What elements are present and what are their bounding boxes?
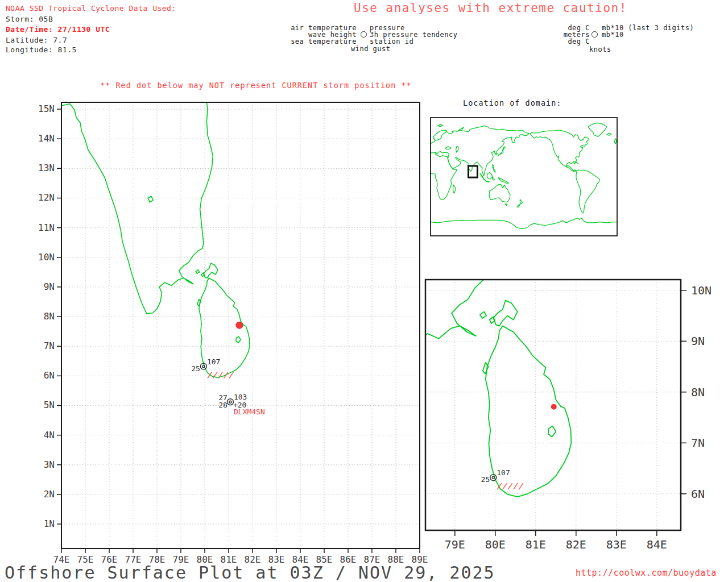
coastline-sl_lagoon_east [236,336,241,343]
y-axis-label: 8N [691,385,705,399]
station-plot: 25107 [191,357,233,379]
storm-position-dot [551,404,557,410]
coastline-w_borneo [487,173,492,179]
coastline-w_africa [431,152,457,199]
coastline-w_tasmania [506,203,507,205]
station-sea-temp: 28 [218,401,228,409]
y-axis-label: 15N [38,103,55,114]
station-circle-icon [361,31,367,38]
coastline-india_lake [148,196,153,202]
hatch-mark-icon [218,372,223,379]
y-axis-label: 6N [691,487,705,501]
y-axis-label: 2N [44,489,55,500]
legend-wind-gust: wind gust [351,45,391,53]
y-axis-label: 10N [691,284,712,297]
coastline-jaffna_island_a [480,311,486,318]
plot-title: Offshore Surface Plot at 03Z / NOV 29, 2… [5,563,495,582]
coastline-w_greenland [588,123,607,136]
hatch-mark-icon [514,483,518,489]
header-source-line: NOAA SSD Tropical Cyclone Data Used: [6,3,176,14]
coastline-india_east [147,102,213,314]
coastline-w_newguinea [498,178,508,184]
x-axis-label: 84E [647,538,667,551]
header-longitude: Longitude: 81.5 [6,45,77,55]
coastline-w_svalbard [438,124,443,127]
x-axis-label: 83E [606,538,627,551]
station-wave-height: 25 [481,475,490,484]
coastline-w_nz_south [517,204,520,207]
inset-map-svg: 2510779E80E81E82E83E84E10N9N8N7N6N [425,280,681,530]
header-storm: Storm: 05B [6,14,53,24]
coastline-w_black_sea [445,147,451,149]
source-url: http://coolwx.com/buoydata [576,568,717,578]
x-axis-label: 80E [485,538,506,551]
storm-position-dot [235,322,243,329]
y-axis-label: 3N [44,459,55,470]
legend-sea-temperature: sea temperature [291,38,357,45]
coastline-w_sumatra [480,173,486,181]
header-datetime: Date/Time: 27/1130 UTC [6,24,110,35]
coastline-w_sulawesi [492,176,494,180]
coastline-w_europe_n [431,130,446,144]
y-axis-label: 10N [38,252,55,263]
coastline-w_antarctica [431,218,617,229]
legend-unit-degc-2: deg C [568,38,590,45]
header-latitude: Latitude: 7.7 [6,35,67,45]
coastline-jaffna [204,263,218,278]
coastline-w_madagascar [453,185,456,193]
coastline-sl_lagoon_east [548,426,556,437]
station-plot: 2728103+20DLXM4SN [218,393,264,416]
station-circle-icon [592,31,598,38]
y-axis-label: 9N [691,334,705,348]
coastline-w_australia [489,184,510,202]
x-axis-label: 82E [566,538,586,551]
coastline-jaffna_island_b [490,317,495,323]
world-inset-title: Location of domain: [463,98,561,107]
y-axis-label: 14N [38,133,55,144]
coastline-w_americas [530,130,600,213]
coastline-jaffna_island_a [196,270,200,274]
x-axis-label: 79E [445,538,465,551]
y-axis-label: 13N [38,163,55,173]
station-pressure: 107 [207,357,220,366]
main-map-svg: 251072728103+20DLXM4SN74E75E76E77E78E79E… [61,102,420,548]
coastline-w_caspian [456,146,459,152]
legend-station-id: station id [370,38,413,45]
hatch-mark-icon [503,483,507,489]
domain-box [469,166,478,177]
coastline-w_nz_north [520,199,522,204]
station-pressure: 107 [497,468,510,477]
station-wave-height: 25 [191,364,200,373]
coastline-sl_lagoon_west [197,300,201,306]
coastline-w_iceland [607,133,611,135]
coastline-india_west [62,104,147,314]
caution-banner: Use analyses with extreme caution! [354,1,627,15]
legend-unit-mb10: mb*10 [602,31,624,39]
coastline-w_britain [614,139,617,144]
y-axis-label: 9N [44,281,55,292]
y-axis-label: 7N [44,340,55,351]
world-map-svg [431,118,617,236]
hatch-mark-icon [519,483,523,489]
hatch-mark-icon [508,483,512,489]
buoy-plot-page: NOAA SSD Tropical Cyclone Data Used: Sto… [0,0,728,582]
y-axis-label: 8N [44,311,55,322]
storm-position-warning: ** Red dot below may NOT represent CURRE… [100,81,412,90]
y-axis-label: 7N [691,436,705,450]
coastline-w_philippines [493,165,495,172]
y-axis-label: 4N [44,430,55,440]
station-plot: 25107 [481,468,523,489]
coastline-w_arctic_russia [446,126,529,133]
coastline-jaffna [493,301,518,326]
y-axis-label: 5N [44,400,55,410]
x-axis-label: 81E [526,538,546,551]
y-axis-label: 1N [44,518,55,529]
coastline-jaffna_island_b [201,273,205,277]
y-axis-label: 6N [44,370,55,381]
coastline-w_java [485,181,490,182]
station-id: DLXM4SN [234,408,265,416]
station-pressure: 103 [234,393,247,401]
y-axis-label: 11N [38,222,55,233]
coastline-w_asia_east [431,134,529,176]
y-axis-label: 12N [38,192,55,203]
